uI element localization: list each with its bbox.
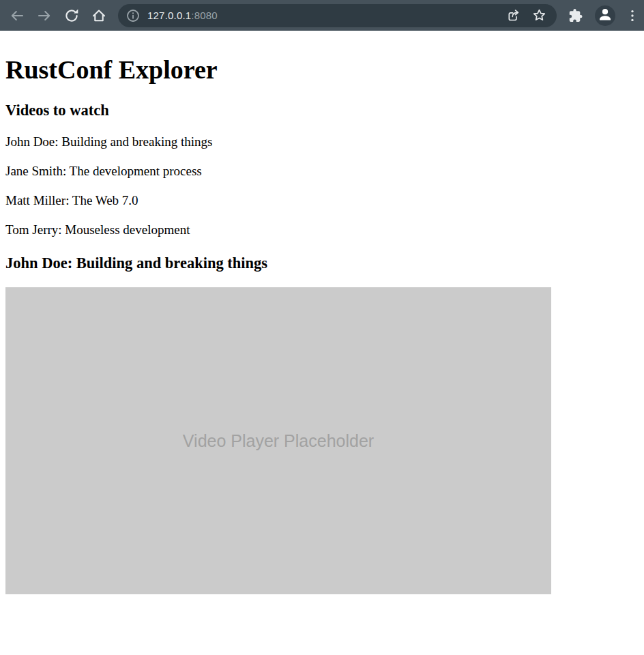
page-content: RustConf Explorer Videos to watch John D… (0, 31, 644, 655)
video-list-item[interactable]: Jane Smith: The development process (5, 164, 639, 179)
extensions-puzzle-icon (568, 8, 584, 24)
home-button[interactable] (91, 8, 107, 24)
reload-icon (63, 8, 80, 24)
selected-video-title: John Doe: Building and breaking things (5, 254, 639, 272)
url-port: :8080 (191, 10, 218, 21)
video-list-item[interactable]: Tom Jerry: Mouseless development (5, 222, 639, 237)
address-bar[interactable]: 127.0.0.1:8080 (118, 4, 557, 27)
videos-heading: Videos to watch (5, 102, 639, 119)
profile-button[interactable] (595, 5, 615, 26)
bookmark-star-icon (531, 8, 547, 23)
menu-button[interactable] (626, 8, 639, 24)
menu-kebab-icon (626, 8, 639, 24)
video-player-placeholder-text: Video Player Placeholder (183, 431, 374, 451)
page-title: RustConf Explorer (5, 55, 639, 85)
browser-toolbar: 127.0.0.1:8080 (0, 0, 644, 31)
extensions-button[interactable] (568, 8, 584, 24)
video-player-placeholder: Video Player Placeholder (5, 287, 551, 594)
share-button[interactable] (506, 8, 522, 24)
browser-window: 127.0.0.1:8080 (0, 0, 644, 655)
video-list-item[interactable]: Matt Miller: The Web 7.0 (5, 193, 639, 208)
forward-button[interactable] (36, 8, 53, 24)
home-icon (91, 8, 107, 24)
url-host: 127.0.0.1 (147, 10, 191, 21)
page-info-icon (126, 9, 140, 23)
bookmark-button[interactable] (531, 8, 547, 24)
forward-arrow-icon (36, 8, 53, 24)
profile-avatar-icon (595, 4, 615, 27)
share-icon (506, 8, 521, 23)
url-text[interactable]: 127.0.0.1:8080 (147, 10, 497, 21)
reload-button[interactable] (63, 8, 80, 24)
site-info-button[interactable] (126, 9, 140, 23)
back-arrow-icon (9, 8, 25, 24)
video-list-item[interactable]: John Doe: Building and breaking things (5, 134, 639, 149)
back-button[interactable] (9, 8, 25, 24)
